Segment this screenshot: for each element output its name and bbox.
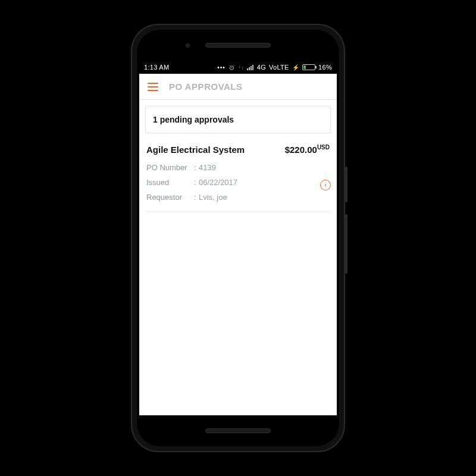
status-bar: 1:13 AM ••• 4G VoLTE ⚡ xyxy=(139,61,337,74)
phone-inner: 1:13 AM ••• 4G VoLTE ⚡ xyxy=(137,30,339,446)
side-button xyxy=(345,214,347,274)
po-amount: $220.00USD xyxy=(285,144,330,155)
signal-icon xyxy=(247,65,254,70)
content-area[interactable]: 1 pending approvals Agile Electrical Sys… xyxy=(139,100,337,415)
po-details: PO Number : 4139 Issued : 06/22/2017 Req… xyxy=(146,163,330,202)
volte-label: VoLTE xyxy=(269,64,289,71)
data-arrows-icon xyxy=(238,64,244,71)
po-title: Agile Electrical System xyxy=(146,145,245,155)
speaker-bottom xyxy=(205,428,271,433)
po-number-label: PO Number xyxy=(146,163,194,172)
battery-icon xyxy=(302,64,315,70)
status-time: 1:13 AM xyxy=(144,64,169,71)
network-label: 4G xyxy=(257,64,266,71)
po-amount-value: $220.00 xyxy=(285,145,317,155)
issued-value: 06/22/2017 xyxy=(199,178,330,187)
po-currency: USD xyxy=(317,144,330,151)
front-camera xyxy=(186,43,190,48)
pending-summary-text: 1 pending approvals xyxy=(153,115,234,124)
charging-icon: ⚡ xyxy=(292,64,299,71)
issued-label: Issued xyxy=(146,178,194,187)
speaker-top xyxy=(205,43,271,48)
alarm-icon xyxy=(228,64,235,71)
status-dots-icon: ••• xyxy=(217,64,226,71)
po-list-item[interactable]: Agile Electrical System $220.00USD PO Nu… xyxy=(145,142,331,212)
po-number-value: 4139 xyxy=(199,163,330,172)
pending-summary-card[interactable]: 1 pending approvals xyxy=(145,106,331,133)
screen: 1:13 AM ••• 4G VoLTE ⚡ xyxy=(139,61,337,415)
side-button xyxy=(345,167,347,202)
menu-icon[interactable] xyxy=(148,83,158,91)
phone-frame: 1:13 AM ••• 4G VoLTE ⚡ xyxy=(131,24,345,452)
battery-percent: 16% xyxy=(318,64,332,71)
page-title: PO APPROVALS xyxy=(169,82,243,92)
chevron-right-icon[interactable] xyxy=(320,180,331,190)
requestor-value: Lvis, joe xyxy=(199,193,330,202)
requestor-label: Requestor xyxy=(146,193,194,202)
app-bar: PO APPROVALS xyxy=(139,74,337,100)
